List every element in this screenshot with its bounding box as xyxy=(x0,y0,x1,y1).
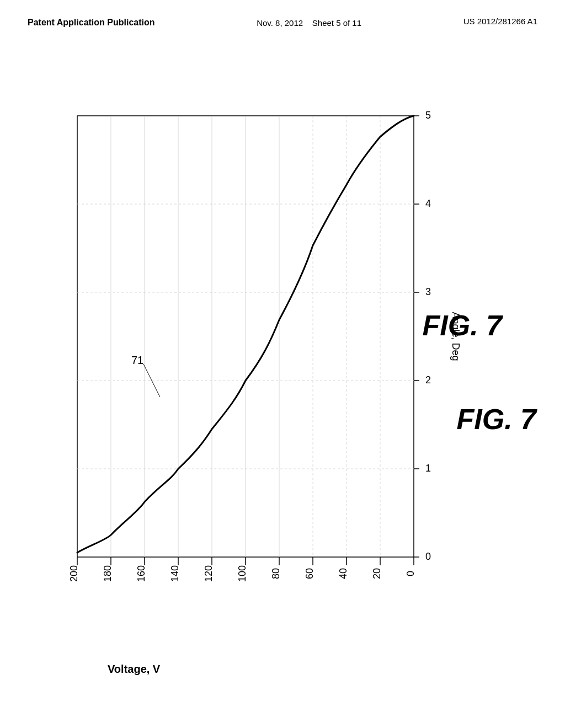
header-center: Nov. 8, 2012 Sheet 5 of 11 xyxy=(257,17,361,30)
chart-container: 0 1 2 3 4 5 Angle, Deg 200 180 160 140 1… xyxy=(33,99,486,623)
svg-text:180: 180 xyxy=(102,565,113,582)
publication-title: Patent Application Publication xyxy=(28,17,155,29)
svg-text:100: 100 xyxy=(237,565,248,582)
publication-date: Nov. 8, 2012 xyxy=(257,18,303,28)
svg-text:0: 0 xyxy=(405,571,416,576)
svg-text:60: 60 xyxy=(304,568,315,579)
svg-text:120: 120 xyxy=(203,565,214,582)
svg-text:2: 2 xyxy=(425,374,431,386)
svg-text:140: 140 xyxy=(169,565,180,582)
chart-svg: 0 1 2 3 4 5 Angle, Deg 200 180 160 140 1… xyxy=(33,99,486,623)
sheet-info: Sheet 5 of 11 xyxy=(312,18,361,28)
svg-text:0: 0 xyxy=(425,551,431,562)
svg-text:3: 3 xyxy=(425,286,431,297)
svg-text:71: 71 xyxy=(131,354,143,366)
svg-text:200: 200 xyxy=(68,565,79,582)
svg-text:20: 20 xyxy=(371,568,382,579)
svg-text:1: 1 xyxy=(425,463,431,474)
patent-number: US 2012/281266 A1 xyxy=(463,17,537,26)
svg-text:40: 40 xyxy=(338,568,349,579)
figure-label: FIG. 7 xyxy=(423,309,502,342)
svg-text:160: 160 xyxy=(136,565,147,582)
fig-label: FIG. 7 xyxy=(457,403,536,436)
voltage-axis-label: Voltage, V xyxy=(108,663,160,676)
page-header: Patent Application Publication Nov. 8, 2… xyxy=(0,0,565,30)
svg-text:5: 5 xyxy=(425,110,431,121)
svg-text:4: 4 xyxy=(425,198,431,209)
svg-text:80: 80 xyxy=(270,568,281,579)
